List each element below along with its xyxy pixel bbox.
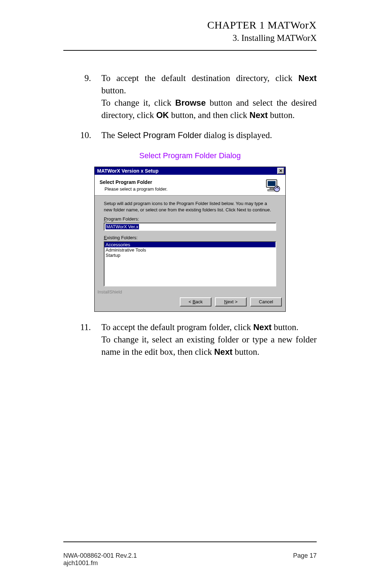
text: button, and then click — [169, 110, 249, 120]
text: dialog is displayed. — [202, 130, 272, 140]
text: button. — [101, 86, 126, 95]
dialog-header-text: Select Program Folder Please select a pr… — [100, 179, 167, 192]
text: To change it, click — [101, 98, 175, 107]
dialog: MATWorX Version x Setup ✕ Select Program… — [94, 167, 286, 312]
text: button. — [268, 110, 294, 120]
step-list-cont: To accept the default program folder, cl… — [63, 321, 317, 358]
step-9: To accept the default destination direct… — [63, 72, 317, 121]
text: To accept the default destination direct… — [101, 73, 298, 83]
dialog-title: MATWorX Version x Setup — [97, 168, 159, 174]
next-bold: Next — [249, 110, 268, 120]
step-10: The Select Program Folder dialog is disp… — [63, 129, 317, 141]
page-footer: NWA-008862-001 Rev.2.1 Page 17 ajch1001.… — [63, 552, 317, 567]
footer-rule — [63, 541, 317, 542]
page-body: To accept the default destination direct… — [63, 72, 317, 358]
list-item[interactable]: Administrative Tools — [104, 247, 276, 253]
next-button[interactable]: Next > — [215, 297, 247, 307]
dialog-buttons: < Back Next > Cancel — [95, 295, 285, 311]
ok-bold: OK — [156, 110, 169, 120]
figure-caption: Select Program Folder Dialog — [63, 151, 317, 160]
step-11: To accept the default program folder, cl… — [63, 321, 317, 358]
doc-number: NWA-008862-001 Rev.2.1 — [63, 552, 137, 559]
step-list: To accept the default destination direct… — [63, 72, 317, 141]
list-item[interactable]: Accessories — [104, 242, 276, 247]
dialog-titlebar: MATWorX Version x Setup ✕ — [95, 167, 285, 175]
program-folder-input[interactable]: MATWorX Ver.x — [104, 223, 276, 231]
underline-n: N — [224, 299, 227, 304]
existing-folders-label: Existing Folders: — [104, 235, 276, 240]
text: rogram Folders: — [107, 216, 139, 222]
page-header: CHAPTER 1 MATWorX 3. Installing MATWorX — [63, 19, 317, 43]
underline-e: E — [104, 235, 107, 240]
dialog-body: Setup will add program icons to the Prog… — [95, 196, 285, 289]
chapter-title: CHAPTER 1 MATWorX — [63, 19, 317, 31]
underline-b: B — [192, 299, 196, 304]
text: To accept the default program folder, cl… — [101, 322, 253, 332]
underline-p: P — [104, 216, 107, 222]
svg-rect-2 — [270, 188, 273, 190]
computer-icon — [265, 178, 280, 192]
program-folder-value: MATWorX Ver.x — [106, 224, 139, 229]
next-bold: Next — [298, 73, 317, 83]
browse-bold: Browse — [175, 98, 206, 107]
text: To change it, select an existing folder … — [101, 335, 317, 357]
list-item[interactable]: Startup — [104, 253, 276, 258]
svg-point-4 — [274, 186, 280, 192]
text: The — [101, 130, 117, 140]
text: button. — [272, 322, 298, 332]
text: xisting Folders: — [107, 235, 138, 240]
dialog-figure: MATWorX Version x Setup ✕ Select Program… — [63, 167, 317, 312]
file-name: ajch1001.fm — [63, 559, 317, 567]
header-rule — [63, 50, 317, 51]
back-button[interactable]: < Back — [180, 297, 211, 307]
svg-rect-1 — [268, 181, 276, 186]
dialog-name-sans: Select Program Folder — [117, 130, 202, 140]
next-bold: Next — [253, 322, 272, 332]
dialog-header: Select Program Folder Please select a pr… — [95, 175, 285, 196]
next-bold: Next — [214, 347, 233, 357]
close-icon[interactable]: ✕ — [277, 168, 284, 174]
existing-folders-list[interactable]: Accessories Administrative Tools Startup — [104, 241, 276, 286]
text: button. — [233, 347, 259, 357]
cancel-button[interactable]: Cancel — [250, 297, 282, 307]
dialog-header-sub: Please select a program folder. — [104, 186, 167, 192]
text: ack — [196, 299, 203, 304]
program-folders-label: Program Folders: — [104, 216, 276, 222]
text: < — [189, 299, 192, 304]
footer-rule-wrap — [63, 541, 317, 542]
text: ext > — [227, 299, 238, 304]
installshield-label: InstallShield — [95, 289, 285, 295]
page-number: Page 17 — [293, 552, 317, 559]
section-title: 3. Installing MATWorX — [63, 33, 317, 43]
dialog-description: Setup will add program icons to the Prog… — [104, 200, 276, 213]
dialog-header-title: Select Program Folder — [100, 179, 167, 185]
